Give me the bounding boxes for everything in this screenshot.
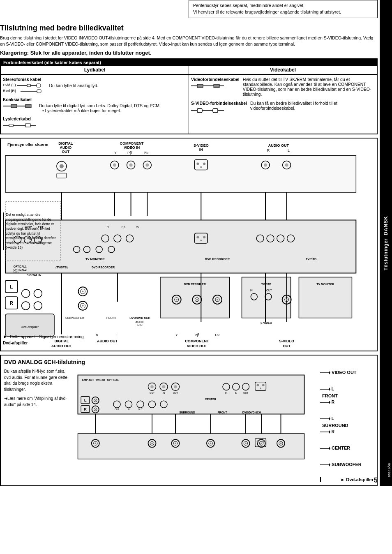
- video-out-label: VIDEO OUT: [320, 369, 374, 377]
- svg-text:Fjernsyn eller skærm: Fjernsyn eller skærm: [7, 142, 48, 147]
- svg-text:S-VIDEO: S-VIDEO: [279, 339, 294, 343]
- legend-device-label: Dette apparat: [10, 335, 35, 339]
- video-title: Videoforbindelseskabel: [191, 77, 240, 82]
- svg-text:Pβ: Pβ: [195, 333, 199, 337]
- surround-label: SURROUND: [322, 423, 374, 428]
- cable-table-body: Stereofonisk kabel Hvid (L) Rød (R) Du k…: [1, 75, 377, 134]
- diagram-section: Fjernsyn eller skærm DIGITAL AUDIO OUT C…: [0, 138, 378, 351]
- svg-marker-241: [329, 388, 330, 391]
- svg-text:DVD RECORDER: DVD RECORDER: [205, 257, 230, 261]
- stereo-connectors: Hvid (L) Rød (R): [3, 83, 46, 94]
- svg-text:AUDIO: AUDIO: [60, 145, 71, 150]
- svg-point-159: [286, 299, 288, 300]
- svg-rect-6: [37, 90, 41, 93]
- svg-rect-40: [5, 156, 356, 192]
- page-number: 5: [374, 477, 378, 484]
- svg-text:L: L: [116, 333, 118, 337]
- svg-text:Y: Y: [107, 226, 109, 229]
- svg-text:IN: IN: [127, 408, 129, 411]
- svg-point-111: [82, 305, 84, 307]
- cable-table-headers: Lydkabel Videokabel: [1, 66, 377, 75]
- svg-text:DVD RECOR ER: DVD RECOR ER: [184, 283, 206, 286]
- right-col-header: Videokabel: [189, 66, 377, 74]
- svg-point-175: [262, 384, 265, 386]
- svg-text:OUT: OUT: [173, 392, 178, 394]
- dvd-title: DVD ANALOG 6CH-tilslutning: [4, 359, 374, 365]
- svg-text:S-VIDEO: S-VIDEO: [194, 143, 209, 148]
- svg-point-47: [129, 164, 133, 167]
- svg-point-233: [280, 443, 282, 444]
- svg-text:DVD RECORDER: DVD RECORDER: [92, 266, 115, 269]
- svg-text:R: R: [267, 148, 270, 152]
- svg-text:(TV/STB): (TV/STB): [55, 266, 67, 269]
- svg-marker-239: [329, 371, 330, 374]
- svg-text:Y: Y: [114, 151, 117, 155]
- legend-device-icon: ►: [3, 334, 8, 339]
- svg-text:AUDIO OUT: AUDIO OUT: [268, 143, 289, 148]
- subwoofer-label-group: SUBWOOFER: [320, 461, 374, 469]
- svg-text:DVD/DVD 6CH: DVD/DVD 6CH: [242, 411, 261, 414]
- notice-line1: Periferiudstyr købes separat, medmindre …: [193, 2, 373, 9]
- dvd-label: Dvd-afspiller: [3, 341, 28, 345]
- svg-text:OUT: OUT: [283, 344, 291, 348]
- svg-point-52: [203, 163, 205, 165]
- side-note-text: Det er muligt at ændre indgangsindstilli…: [6, 212, 60, 250]
- svg-text:L: L: [84, 398, 87, 402]
- svideo-row: S-VIDEO-forbindelseskabel: [191, 101, 375, 114]
- svideo-title: S-VIDEO-forbindelseskabel: [191, 101, 247, 106]
- svg-text:IN: IN: [163, 392, 165, 394]
- svg-text:TV/STB: TV/STB: [306, 257, 317, 261]
- svg-text:DVD/DVD 6CH: DVD/DVD 6CH: [129, 316, 150, 320]
- stereo-desc: Du kan lytte til analog lyd.: [49, 83, 187, 88]
- dvd-right-labels: VIDEO OUT L FRONT R: [320, 369, 374, 482]
- svg-text:AMP ANT: AMP ANT: [82, 379, 94, 381]
- notice-line2: Vi henviser til de relevante brugsvejled…: [193, 9, 373, 16]
- svg-text:VIDEO IN: VIDEO IN: [124, 145, 140, 150]
- svg-rect-8: [11, 104, 17, 108]
- stereo-row: Stereofonisk kabel Hvid (L) Rød (R) Du k…: [3, 77, 187, 94]
- svg-rect-12: [9, 124, 13, 127]
- legend-dvd-row: Dvd-afspiller: [3, 341, 83, 345]
- svg-text:Pʁ: Pʁ: [136, 226, 140, 229]
- svg-point-49: [145, 164, 149, 167]
- svg-text:TV MONITOR: TV MONITOR: [316, 283, 334, 286]
- svg-text:TV MONITOR: TV MONITOR: [85, 257, 105, 261]
- coax-row: Koaksialkabel Du: [3, 97, 187, 113]
- center-label: CENTER: [332, 446, 350, 450]
- svg-point-224: [210, 443, 212, 444]
- svg-rect-14: [25, 124, 30, 127]
- svg-rect-1: [27, 84, 30, 87]
- svg-marker-243: [329, 401, 330, 404]
- svg-point-235: [257, 440, 259, 443]
- svg-point-153: [196, 299, 198, 300]
- svg-text:GND: GND: [14, 270, 20, 273]
- svg-text:Pβ: Pβ: [127, 151, 132, 155]
- svg-text:Pβ: Pβ: [122, 226, 125, 229]
- svg-text:SURROUND: SURROUND: [179, 411, 195, 414]
- svg-point-227: [245, 443, 247, 444]
- svg-point-78: [196, 236, 199, 238]
- svg-text:R: R: [96, 333, 99, 337]
- dvd-player-label: ► Dvd-afspiller: [320, 477, 374, 482]
- notice-box: Periferiudstyr købes separat, medmindre …: [189, 0, 378, 18]
- cable-table: Forbindelseskabel (alle kabler købes sep…: [0, 58, 378, 134]
- center-label-group: CENTER: [320, 444, 374, 452]
- dvd-left-text: Du kan afspille hi-fi-lyd som f.eks. dvd…: [4, 369, 70, 482]
- svg-point-221: [175, 443, 176, 444]
- svg-rect-22: [197, 108, 202, 113]
- svg-point-80: [200, 240, 202, 241]
- svg-point-45: [113, 164, 116, 167]
- subwoofer-label: SUBWOOFER: [332, 462, 362, 467]
- video-row: Videoforbindelseskabel: [191, 77, 375, 97]
- left-col-header: Lydkabel: [1, 66, 189, 74]
- svg-text:OPTICAL1: OPTICAL1: [14, 265, 27, 268]
- svg-point-192: [95, 409, 96, 410]
- dvd-text1: Du kan afspille hi-fi-lyd som f.eks. dvd…: [4, 369, 70, 392]
- coax-connector: [3, 103, 36, 109]
- front-label: FRONT: [322, 393, 374, 398]
- dvd-section: DVD ANALOG 6CH-tilslutning Du kan afspil…: [0, 355, 378, 486]
- svg-point-165: [150, 385, 154, 388]
- legend-device-row: ► Dette apparat : Signalgennemstrømning: [3, 334, 83, 339]
- video-desc: Hvis du slutter det til TV-SKÆRM-termina…: [243, 77, 375, 97]
- svg-point-42: [60, 164, 64, 169]
